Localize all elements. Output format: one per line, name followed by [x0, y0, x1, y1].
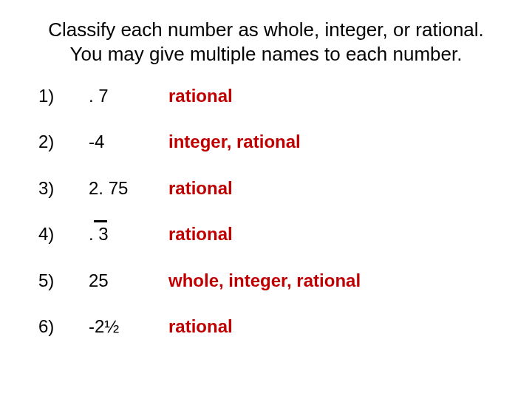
row-number: . 3 [89, 225, 163, 244]
title-line-1: Classify each number as whole, integer, … [44, 18, 488, 42]
row-number: . 7 [89, 86, 163, 106]
repeating-bar-icon [94, 220, 107, 222]
row-number: -4 [89, 132, 163, 151]
row-label: 4) [38, 225, 83, 244]
slide: Classify each number as whole, integer, … [0, 0, 532, 336]
row-answer: rational [168, 317, 502, 336]
row-label: 1) [38, 86, 83, 106]
row-answer: rational [168, 225, 502, 244]
number-text: 25 [89, 270, 109, 290]
row-label: 2) [38, 132, 83, 151]
number-text: 2. 75 [89, 178, 128, 198]
row-number: 25 [89, 271, 163, 290]
row-number: 2. 75 [89, 179, 163, 198]
number-text: -4 [89, 132, 104, 151]
row-answer: rational [168, 86, 502, 106]
row-answer: integer, rational [168, 132, 502, 151]
row-label: 6) [38, 317, 83, 336]
number-text: -2½ [89, 316, 119, 336]
classification-list: 1) . 7 rational 2) -4 integer, rational … [30, 86, 502, 336]
number-text: . 7 [89, 86, 109, 106]
row-answer: rational [168, 179, 502, 198]
page-title: Classify each number as whole, integer, … [30, 18, 502, 66]
row-label: 5) [38, 271, 83, 290]
row-number: -2½ [89, 317, 163, 336]
number-text: . 3 [89, 224, 109, 244]
row-answer: whole, integer, rational [168, 271, 502, 290]
row-label: 3) [38, 179, 83, 198]
title-line-2: You may give multiple names to each numb… [44, 42, 488, 66]
